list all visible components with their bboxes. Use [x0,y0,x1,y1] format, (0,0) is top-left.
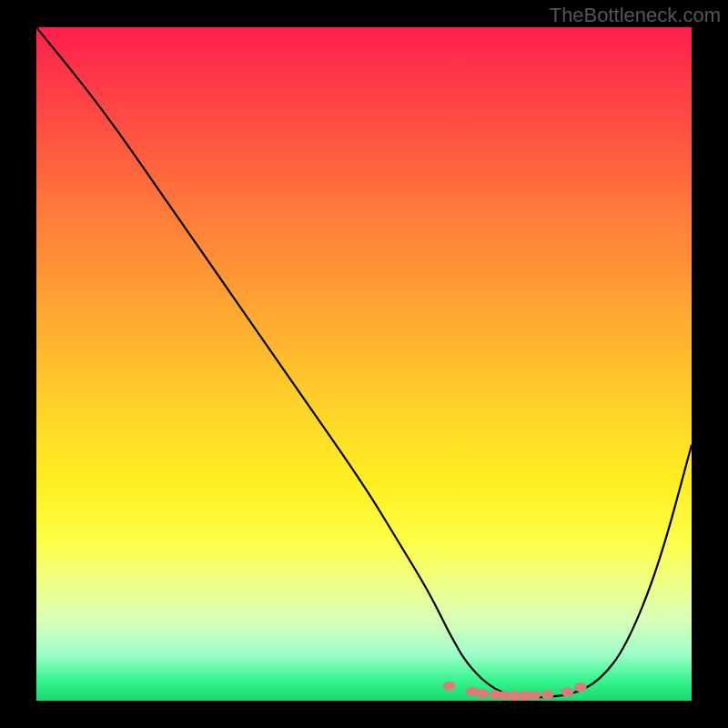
highlight-marker [561,687,573,696]
watermark-text: TheBottleneck.com [550,4,721,27]
bottleneck-curve-path [36,27,692,697]
highlight-marker [476,689,489,698]
highlight-marker [443,682,456,691]
chart-plot-area [36,27,692,701]
highlight-markers [443,682,587,701]
highlight-marker [528,691,541,700]
curve-layer [36,27,692,697]
chart-svg [36,27,692,701]
highlight-marker [541,690,554,699]
highlight-marker [574,682,587,692]
